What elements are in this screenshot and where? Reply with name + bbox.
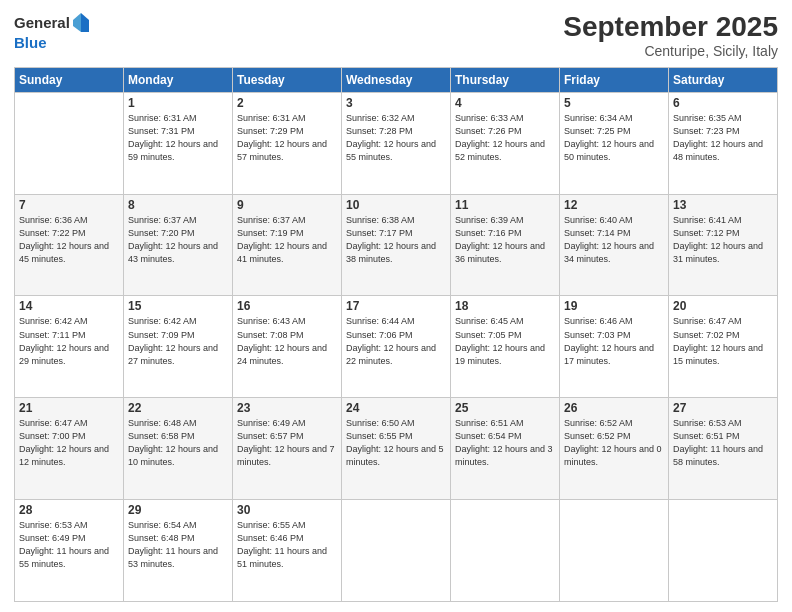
- day-number: 17: [346, 299, 446, 313]
- calendar-cell: 4Sunrise: 6:33 AMSunset: 7:26 PMDaylight…: [451, 92, 560, 194]
- month-title: September 2025: [563, 12, 778, 43]
- calendar-cell: 18Sunrise: 6:45 AMSunset: 7:05 PMDayligh…: [451, 296, 560, 398]
- day-number: 1: [128, 96, 228, 110]
- day-info: Sunrise: 6:47 AMSunset: 7:00 PMDaylight:…: [19, 417, 119, 469]
- calendar-week-0: 1Sunrise: 6:31 AMSunset: 7:31 PMDaylight…: [15, 92, 778, 194]
- day-number: 3: [346, 96, 446, 110]
- calendar-cell: 16Sunrise: 6:43 AMSunset: 7:08 PMDayligh…: [233, 296, 342, 398]
- logo: General Blue: [14, 12, 90, 52]
- calendar-cell: 28Sunrise: 6:53 AMSunset: 6:49 PMDayligh…: [15, 500, 124, 602]
- day-info: Sunrise: 6:41 AMSunset: 7:12 PMDaylight:…: [673, 214, 773, 266]
- calendar-cell: 11Sunrise: 6:39 AMSunset: 7:16 PMDayligh…: [451, 194, 560, 296]
- header-tuesday: Tuesday: [233, 67, 342, 92]
- day-number: 11: [455, 198, 555, 212]
- calendar-cell: 26Sunrise: 6:52 AMSunset: 6:52 PMDayligh…: [560, 398, 669, 500]
- day-info: Sunrise: 6:37 AMSunset: 7:19 PMDaylight:…: [237, 214, 337, 266]
- logo-general: General: [14, 15, 70, 32]
- day-number: 8: [128, 198, 228, 212]
- day-info: Sunrise: 6:50 AMSunset: 6:55 PMDaylight:…: [346, 417, 446, 469]
- calendar-cell: 22Sunrise: 6:48 AMSunset: 6:58 PMDayligh…: [124, 398, 233, 500]
- calendar-cell: 9Sunrise: 6:37 AMSunset: 7:19 PMDaylight…: [233, 194, 342, 296]
- calendar-cell: 23Sunrise: 6:49 AMSunset: 6:57 PMDayligh…: [233, 398, 342, 500]
- calendar-cell: 30Sunrise: 6:55 AMSunset: 6:46 PMDayligh…: [233, 500, 342, 602]
- day-number: 5: [564, 96, 664, 110]
- calendar-cell: 15Sunrise: 6:42 AMSunset: 7:09 PMDayligh…: [124, 296, 233, 398]
- day-info: Sunrise: 6:55 AMSunset: 6:46 PMDaylight:…: [237, 519, 337, 571]
- day-number: 16: [237, 299, 337, 313]
- day-info: Sunrise: 6:42 AMSunset: 7:11 PMDaylight:…: [19, 315, 119, 367]
- calendar-cell: 10Sunrise: 6:38 AMSunset: 7:17 PMDayligh…: [342, 194, 451, 296]
- calendar-cell: [15, 92, 124, 194]
- calendar-cell: 13Sunrise: 6:41 AMSunset: 7:12 PMDayligh…: [669, 194, 778, 296]
- day-info: Sunrise: 6:44 AMSunset: 7:06 PMDaylight:…: [346, 315, 446, 367]
- calendar-cell: 14Sunrise: 6:42 AMSunset: 7:11 PMDayligh…: [15, 296, 124, 398]
- svg-marker-0: [81, 13, 89, 32]
- day-info: Sunrise: 6:42 AMSunset: 7:09 PMDaylight:…: [128, 315, 228, 367]
- calendar-cell: 20Sunrise: 6:47 AMSunset: 7:02 PMDayligh…: [669, 296, 778, 398]
- day-number: 26: [564, 401, 664, 415]
- day-info: Sunrise: 6:54 AMSunset: 6:48 PMDaylight:…: [128, 519, 228, 571]
- day-number: 6: [673, 96, 773, 110]
- calendar-week-3: 21Sunrise: 6:47 AMSunset: 7:00 PMDayligh…: [15, 398, 778, 500]
- day-info: Sunrise: 6:47 AMSunset: 7:02 PMDaylight:…: [673, 315, 773, 367]
- svg-marker-1: [73, 13, 81, 32]
- day-info: Sunrise: 6:46 AMSunset: 7:03 PMDaylight:…: [564, 315, 664, 367]
- calendar-week-1: 7Sunrise: 6:36 AMSunset: 7:22 PMDaylight…: [15, 194, 778, 296]
- day-number: 18: [455, 299, 555, 313]
- calendar-cell: 19Sunrise: 6:46 AMSunset: 7:03 PMDayligh…: [560, 296, 669, 398]
- day-info: Sunrise: 6:48 AMSunset: 6:58 PMDaylight:…: [128, 417, 228, 469]
- calendar-cell: [342, 500, 451, 602]
- header-saturday: Saturday: [669, 67, 778, 92]
- header-wednesday: Wednesday: [342, 67, 451, 92]
- day-info: Sunrise: 6:45 AMSunset: 7:05 PMDaylight:…: [455, 315, 555, 367]
- day-number: 30: [237, 503, 337, 517]
- day-info: Sunrise: 6:35 AMSunset: 7:23 PMDaylight:…: [673, 112, 773, 164]
- day-info: Sunrise: 6:33 AMSunset: 7:26 PMDaylight:…: [455, 112, 555, 164]
- day-info: Sunrise: 6:49 AMSunset: 6:57 PMDaylight:…: [237, 417, 337, 469]
- day-info: Sunrise: 6:43 AMSunset: 7:08 PMDaylight:…: [237, 315, 337, 367]
- calendar-cell: [451, 500, 560, 602]
- day-number: 15: [128, 299, 228, 313]
- calendar-cell: 21Sunrise: 6:47 AMSunset: 7:00 PMDayligh…: [15, 398, 124, 500]
- day-info: Sunrise: 6:53 AMSunset: 6:51 PMDaylight:…: [673, 417, 773, 469]
- day-number: 14: [19, 299, 119, 313]
- day-number: 4: [455, 96, 555, 110]
- day-number: 9: [237, 198, 337, 212]
- day-number: 29: [128, 503, 228, 517]
- day-info: Sunrise: 6:36 AMSunset: 7:22 PMDaylight:…: [19, 214, 119, 266]
- header-monday: Monday: [124, 67, 233, 92]
- day-number: 7: [19, 198, 119, 212]
- calendar-cell: 2Sunrise: 6:31 AMSunset: 7:29 PMDaylight…: [233, 92, 342, 194]
- calendar-table: Sunday Monday Tuesday Wednesday Thursday…: [14, 67, 778, 602]
- header-friday: Friday: [560, 67, 669, 92]
- header-thursday: Thursday: [451, 67, 560, 92]
- title-block: September 2025 Centuripe, Sicily, Italy: [563, 12, 778, 59]
- day-number: 27: [673, 401, 773, 415]
- calendar-cell: 6Sunrise: 6:35 AMSunset: 7:23 PMDaylight…: [669, 92, 778, 194]
- day-number: 13: [673, 198, 773, 212]
- calendar-week-4: 28Sunrise: 6:53 AMSunset: 6:49 PMDayligh…: [15, 500, 778, 602]
- day-number: 24: [346, 401, 446, 415]
- day-number: 10: [346, 198, 446, 212]
- day-info: Sunrise: 6:52 AMSunset: 6:52 PMDaylight:…: [564, 417, 664, 469]
- calendar-cell: 17Sunrise: 6:44 AMSunset: 7:06 PMDayligh…: [342, 296, 451, 398]
- day-number: 28: [19, 503, 119, 517]
- header: General Blue September 2025 Centuripe, S…: [14, 12, 778, 59]
- calendar-cell: 12Sunrise: 6:40 AMSunset: 7:14 PMDayligh…: [560, 194, 669, 296]
- calendar-week-2: 14Sunrise: 6:42 AMSunset: 7:11 PMDayligh…: [15, 296, 778, 398]
- calendar-header-row: Sunday Monday Tuesday Wednesday Thursday…: [15, 67, 778, 92]
- day-number: 20: [673, 299, 773, 313]
- day-info: Sunrise: 6:51 AMSunset: 6:54 PMDaylight:…: [455, 417, 555, 469]
- day-info: Sunrise: 6:37 AMSunset: 7:20 PMDaylight:…: [128, 214, 228, 266]
- day-info: Sunrise: 6:31 AMSunset: 7:31 PMDaylight:…: [128, 112, 228, 164]
- calendar-cell: [560, 500, 669, 602]
- calendar-cell: 29Sunrise: 6:54 AMSunset: 6:48 PMDayligh…: [124, 500, 233, 602]
- calendar-cell: 8Sunrise: 6:37 AMSunset: 7:20 PMDaylight…: [124, 194, 233, 296]
- day-info: Sunrise: 6:40 AMSunset: 7:14 PMDaylight:…: [564, 214, 664, 266]
- calendar-cell: 5Sunrise: 6:34 AMSunset: 7:25 PMDaylight…: [560, 92, 669, 194]
- logo-blue: Blue: [14, 34, 47, 51]
- day-number: 21: [19, 401, 119, 415]
- logo-icon: [72, 12, 90, 34]
- day-info: Sunrise: 6:53 AMSunset: 6:49 PMDaylight:…: [19, 519, 119, 571]
- calendar-cell: 25Sunrise: 6:51 AMSunset: 6:54 PMDayligh…: [451, 398, 560, 500]
